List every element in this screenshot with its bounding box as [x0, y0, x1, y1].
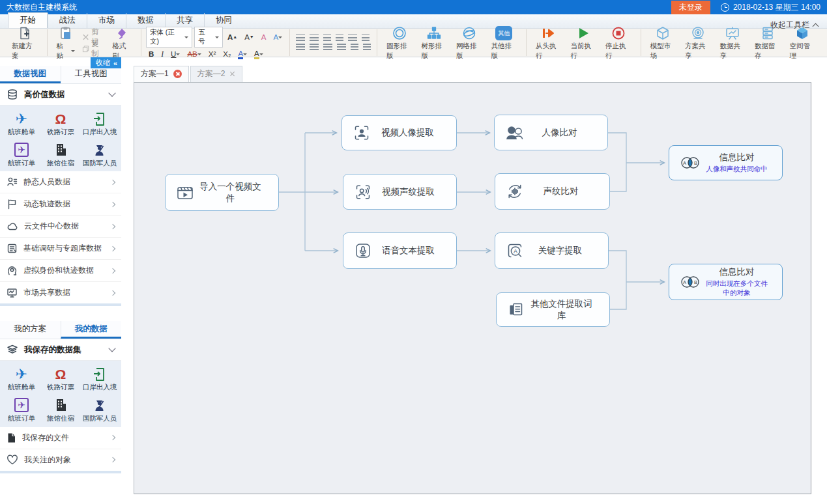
shrink-font-button[interactable]: A▼: [242, 32, 257, 42]
align-center-icon[interactable]: [310, 44, 319, 51]
dataset-hotel-stay[interactable]: 旅馆住宿: [41, 141, 80, 168]
dataset-military-personnel[interactable]: 国防军人员: [80, 397, 119, 423]
run-from-start-button[interactable]: 从头执行: [531, 25, 566, 60]
dropdown-caret-icon: [71, 50, 75, 54]
highlight-button[interactable]: A: [252, 49, 266, 59]
number-list-icon[interactable]: [310, 35, 319, 42]
clear-format-button[interactable]: A: [259, 32, 269, 42]
tab-my-plans[interactable]: 我的方案: [0, 321, 61, 339]
group-share: 模型市场 方案共享 数据共享 数据留存 空间管理: [641, 29, 824, 56]
dataset-rail-ticket[interactable]: Ω 铁路订票: [41, 365, 80, 392]
sidebar-item-market-shared-data[interactable]: 市场共享数据: [0, 282, 121, 303]
italic-button[interactable]: I: [158, 49, 166, 59]
format-painter-button[interactable]: 格式刷: [108, 25, 136, 60]
align-right-icon[interactable]: [323, 44, 332, 51]
line-spacing-icon[interactable]: [351, 44, 358, 51]
node-import-video-file[interactable]: 导入一个视频文件: [165, 174, 279, 211]
bold-button[interactable]: B: [146, 49, 156, 59]
flow-canvas[interactable]: 导入一个视频文件 视频人像提取 视频声纹提取: [134, 82, 811, 494]
canvas-tab-plan2[interactable]: 方案—2: [190, 66, 243, 82]
paste-button[interactable]: 粘贴: [52, 25, 80, 60]
font-color-button[interactable]: A: [235, 49, 250, 59]
bullet-list-icon[interactable]: [296, 35, 305, 42]
node-info-compare-2[interactable]: AB 信息比对 同时出现在多个文件中的对象: [669, 264, 783, 300]
show-marks-icon[interactable]: [362, 35, 370, 42]
sidebar-collapse-button[interactable]: 收缩 «: [91, 57, 121, 68]
tab-my-data[interactable]: 我的数据: [61, 321, 122, 339]
data-retention-label: 数据留存: [755, 41, 781, 59]
node-speech-text-extract[interactable]: 语音文本提取: [343, 232, 457, 269]
tree-layout-button[interactable]: 树形排版: [417, 25, 452, 60]
dataset-flight-order[interactable]: ✈ 航班订单: [2, 141, 41, 168]
network-layout-button[interactable]: 网络排版: [452, 25, 486, 60]
node-keyword-extract[interactable]: A 关键字提取: [495, 232, 609, 269]
increase-indent-icon[interactable]: [336, 35, 343, 42]
node-voiceprint-compare[interactable]: 声纹比对: [495, 173, 610, 210]
subscript-button[interactable]: X₂: [220, 49, 233, 59]
other-layout-badge: 其他: [495, 26, 512, 40]
sidebar-item-cloud-file-data[interactable]: 云文件中心数据: [0, 216, 121, 238]
group-layout: 圆形排版 树形排版 网络排版 其他 其他排版: [377, 29, 527, 56]
sort-icon[interactable]: [348, 35, 357, 42]
section-high-value-data[interactable]: 高价值数据: [0, 84, 121, 105]
text-effect-button[interactable]: A: [270, 32, 285, 42]
network-layout-label: 网络排版: [456, 41, 482, 59]
login-status-badge[interactable]: 未登录: [671, 1, 710, 14]
tab-tool-view[interactable]: 工具视图: [61, 66, 122, 83]
dataset-border-entry[interactable]: 口岸出入境: [80, 365, 119, 392]
sidebar: 收缩 « 数据视图 工具视图 高价值数据 ✈ 航班舱单 Ω 铁路订票: [0, 57, 121, 504]
dataset-label: 国防军人员: [83, 414, 117, 423]
close-tab-icon[interactable]: [173, 70, 182, 78]
canvas-tab-plan1[interactable]: 方案—1: [134, 66, 189, 82]
other-layout-button[interactable]: 其他 其他排版: [487, 25, 521, 60]
dataset-flight-manifest[interactable]: ✈ 航班舱单: [2, 110, 41, 137]
dataset-flight-order[interactable]: ✈ 航班订单: [2, 397, 41, 423]
collapse-toolbar-button[interactable]: 收起工具栏: [770, 20, 818, 31]
tab-data-view[interactable]: 数据视图: [0, 66, 61, 83]
superscript-button[interactable]: X²: [206, 49, 219, 59]
dataset-rail-ticket[interactable]: Ω 铁路订票: [41, 110, 80, 137]
svg-text:B: B: [694, 279, 697, 285]
sidebar-item-my-saved-files[interactable]: 我保存的文件: [0, 427, 121, 449]
sidebar-item-research-library-data[interactable]: 基础调研与专题库数据: [0, 238, 121, 260]
tree-layout-icon: [426, 25, 442, 41]
node-sublabel: 人像和声纹共同命中: [703, 165, 770, 174]
dataset-hotel-stay[interactable]: 旅馆住宿: [41, 397, 80, 423]
data-share-button[interactable]: 数据共享: [716, 25, 751, 60]
dataset-border-entry[interactable]: 口岸出入境: [80, 110, 119, 137]
new-plan-button[interactable]: 新建方案: [7, 25, 42, 60]
dataset-flight-manifest[interactable]: ✈ 航班舱单: [2, 365, 41, 392]
plan-share-button[interactable]: 方案共享: [680, 25, 716, 60]
strikethrough-button[interactable]: AB: [184, 49, 203, 59]
circle-layout-button[interactable]: 圆形排版: [382, 25, 416, 60]
dataset-military-personnel[interactable]: 国防军人员: [80, 141, 119, 168]
stop-run-button[interactable]: 停止执行: [601, 25, 636, 60]
font-family-select[interactable]: 宋体 (正文): [146, 27, 192, 48]
borders-icon[interactable]: [363, 44, 371, 51]
align-left-icon[interactable]: [296, 44, 305, 51]
node-face-compare[interactable]: 人像比对: [494, 115, 608, 150]
justify-icon[interactable]: [337, 44, 346, 51]
sidebar-item-virtual-identity-data[interactable]: 虚拟身份和轨迹数据: [0, 260, 121, 282]
chevron-right-icon: [110, 224, 115, 229]
other-layout-label: 其他排版: [491, 41, 517, 59]
grow-font-button[interactable]: A▲: [225, 32, 240, 42]
decrease-indent-icon[interactable]: [323, 35, 331, 42]
node-other-files-lexicon[interactable]: 其他文件提取词库: [496, 292, 610, 327]
node-info-compare-1[interactable]: AB 信息比对 人像和声纹共同命中: [669, 145, 783, 180]
svg-text:B: B: [694, 160, 697, 166]
run-current-button[interactable]: 当前执行: [566, 25, 602, 60]
font-size-select[interactable]: 五号: [194, 27, 223, 48]
group-paragraph: [290, 29, 377, 56]
sidebar-item-static-person-data[interactable]: 静态人员数据: [0, 171, 121, 193]
node-video-face-extract[interactable]: 视频人像提取: [341, 115, 457, 150]
underline-button[interactable]: U: [168, 49, 182, 59]
model-market-button[interactable]: 模型市场: [646, 25, 681, 60]
close-tab-icon[interactable]: [229, 71, 235, 77]
sidebar-item-my-followed-objects[interactable]: 我关注的对象: [0, 449, 121, 471]
sidebar-item-dynamic-track-data[interactable]: 动态轨迹数据: [0, 193, 121, 216]
copy-button[interactable]: 复制: [80, 44, 108, 53]
data-panel-tabs: 数据视图 工具视图: [0, 66, 121, 84]
node-video-voiceprint-extract[interactable]: 视频声纹提取: [343, 174, 457, 210]
section-my-saved-datasets[interactable]: 我保存的数据集: [0, 339, 121, 361]
